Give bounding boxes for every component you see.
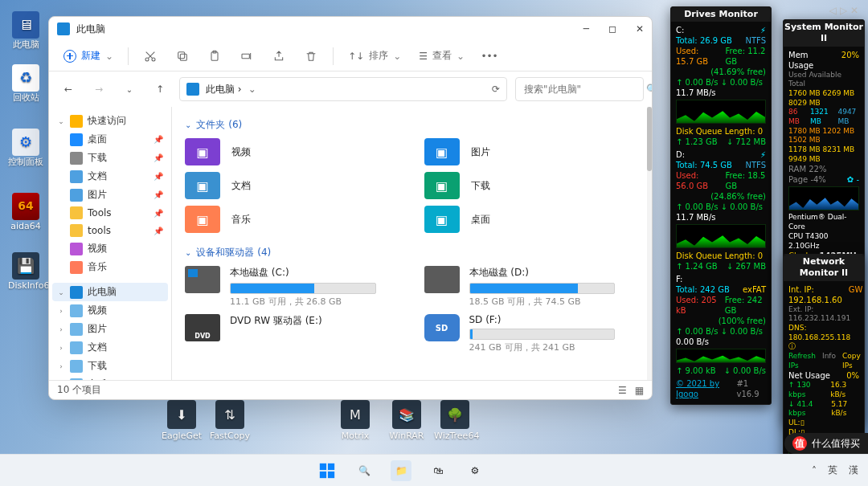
scrollbar[interactable]	[647, 107, 652, 380]
desktop-icon-WizTree64[interactable]: 🌳WizTree64	[434, 400, 476, 441]
share-button[interactable]	[264, 43, 294, 69]
sidebar-item-图片[interactable]: 图片📌	[52, 186, 168, 204]
search-input[interactable]	[522, 83, 646, 96]
search-box[interactable]: 🔍	[515, 77, 644, 101]
sort-dropdown[interactable]: ↑↓ 排序 ⌄	[340, 43, 409, 69]
desktop-icon-此电脑[interactable]: 🖥此电脑	[8, 11, 43, 50]
folders-group-header[interactable]: ⌄文件夹 (6)	[185, 118, 639, 132]
gadget-top-controls[interactable]: ◁ ▷ ✕	[829, 5, 858, 16]
desktop-icon-aida64[interactable]: 64aida64	[8, 193, 43, 231]
titlebar[interactable]: 此电脑 ─ ◻ ✕	[49, 17, 652, 41]
file-explorer-window: 此电脑 ─ ◻ ✕ 新建 ⌄ ↑↓ 排序 ⌄ ☰ 查看 ⌄ ••• ← → ⌄ …	[48, 16, 653, 400]
folder-下载[interactable]: ▣下载	[424, 172, 616, 199]
desktop-icon-DiskInfo64[interactable]: 💾DiskInfo64	[8, 252, 43, 291]
folder-icon	[70, 243, 83, 255]
desktop-icon-控制面板[interactable]: ⚙控制面板	[8, 129, 43, 167]
credit-link[interactable]: © 2021 by Igogo	[676, 378, 730, 399]
search-button[interactable]: 🔍	[354, 460, 375, 481]
app-icon: ♻	[12, 64, 39, 92]
more-button[interactable]: •••	[474, 43, 505, 69]
sidebar-item-文档[interactable]: ›文档	[52, 338, 168, 357]
delete-button[interactable]	[296, 43, 326, 69]
drive-icon: DVD	[185, 314, 220, 341]
folder-音乐[interactable]: ▣音乐	[185, 206, 376, 233]
folder-视频[interactable]: ▣视频	[185, 138, 376, 165]
window-icon	[57, 22, 70, 35]
start-button[interactable]	[317, 460, 338, 481]
file-explorer-taskbar[interactable]: 📁	[391, 460, 411, 481]
minimize-button[interactable]: ─	[583, 23, 589, 35]
folder-icon	[70, 152, 83, 165]
drive-icon	[185, 266, 220, 293]
forward-button[interactable]: →	[88, 78, 110, 100]
svg-rect-6	[242, 54, 249, 58]
folder-文档[interactable]: ▣文档	[185, 172, 376, 199]
breadcrumb-text: 此电脑 ›	[206, 83, 242, 96]
breadcrumb-dropdown-icon[interactable]: ⌄	[248, 84, 256, 95]
sidebar-this-pc[interactable]: ⌄ 此电脑	[52, 283, 168, 301]
sidebar-item-文档[interactable]: 文档📌	[52, 167, 168, 186]
desktop-icon-EagleGet[interactable]: ⬇EagleGet	[161, 400, 203, 441]
tray-chevron-icon[interactable]: ˄	[812, 465, 817, 476]
drive-本地磁盘 (D:)[interactable]: 本地磁盘 (D:)18.5 GB 可用，共 74.5 GB	[424, 266, 616, 308]
sidebar-item-tools[interactable]: tools📌	[52, 222, 168, 239]
copy-button[interactable]	[167, 43, 198, 69]
folder-icon	[70, 224, 83, 237]
sidebar-quick-access[interactable]: ⌄ 快速访问	[52, 112, 168, 130]
paste-button[interactable]	[199, 43, 230, 69]
new-button[interactable]: 新建 ⌄	[55, 43, 121, 69]
settings-button[interactable]: ⚙	[465, 460, 485, 481]
sidebar-item-下载[interactable]: ›下载	[52, 357, 168, 375]
drive-本地磁盘 (C:)[interactable]: 本地磁盘 (C:)11.1 GB 可用，共 26.8 GB	[185, 266, 376, 308]
pc-icon	[70, 286, 83, 299]
rename-button[interactable]	[231, 43, 262, 69]
pin-icon: 📌	[154, 153, 163, 162]
sidebar: ⌄ 快速访问 桌面📌下载📌文档📌图片📌Tools📌tools📌视频音乐 ⌄ 此电…	[49, 107, 172, 380]
folder-icon	[70, 360, 83, 373]
drive-icon: SD	[424, 314, 460, 341]
breadcrumb-bar[interactable]: 此电脑 › ⌄ ⟳	[179, 77, 507, 101]
ime-indicator-2[interactable]: 漢	[849, 464, 858, 477]
sidebar-item-下载[interactable]: 下载📌	[52, 149, 168, 167]
refresh-button[interactable]: ⟳	[492, 84, 500, 95]
sidebar-item-图片[interactable]: ›图片	[52, 320, 168, 338]
drive-DVD RW 驱动器 (E:)[interactable]: DVDDVD RW 驱动器 (E:)	[185, 314, 376, 353]
new-label: 新建	[81, 49, 100, 63]
thumbnails-view-button[interactable]: ▦	[635, 385, 644, 396]
folder-icon	[70, 170, 83, 183]
devices-group-header[interactable]: ⌄设备和驱动器 (4)	[185, 246, 639, 259]
sidebar-item-桌面[interactable]: 桌面📌	[52, 130, 168, 149]
view-dropdown[interactable]: ☰ 查看 ⌄	[411, 43, 473, 69]
desktop-icon-Motrix[interactable]: MMotrix	[334, 400, 376, 441]
folder-icon: ▣	[185, 172, 220, 199]
app-icon: ⇅	[215, 400, 244, 429]
plus-icon	[63, 50, 76, 63]
sidebar-item-视频[interactable]: 视频	[52, 239, 168, 258]
recent-dropdown[interactable]: ⌄	[118, 78, 141, 100]
window-title: 此电脑	[76, 22, 105, 36]
app-icon: 📚	[392, 400, 421, 429]
system-tray[interactable]: ˄ 英 漢	[802, 464, 868, 477]
drives-monitor-gadget[interactable]: Drives Monitor C:⚡ Total: 26.9 GBNTFS Us…	[670, 6, 772, 405]
maximize-button[interactable]: ◻	[608, 23, 616, 35]
folder-icon	[70, 304, 83, 317]
sidebar-item-音乐[interactable]: 音乐	[52, 258, 168, 276]
back-button[interactable]: ←	[57, 78, 80, 100]
cut-button[interactable]	[135, 43, 166, 69]
desktop-icon-WinRAR[interactable]: 📚WinRAR	[386, 400, 428, 441]
store-button[interactable]: 🛍	[428, 460, 448, 481]
desktop-icon-FastCopy[interactable]: ⇅FastCopy	[209, 400, 251, 441]
ime-indicator[interactable]: 英	[828, 464, 837, 477]
close-button[interactable]: ✕	[636, 23, 644, 35]
usage-bar	[469, 283, 616, 294]
sidebar-item-视频[interactable]: ›视频	[52, 301, 168, 320]
sidebar-item-Tools[interactable]: Tools📌	[52, 204, 168, 222]
search-icon: 🔍	[646, 84, 653, 95]
up-button[interactable]: ↑	[149, 78, 171, 100]
watermark-bubble: 值什么值得买	[784, 433, 868, 454]
folder-桌面[interactable]: ▣桌面	[424, 206, 616, 233]
folder-图片[interactable]: ▣图片	[424, 138, 616, 165]
drive-SD (F:)[interactable]: SDSD (F:)241 GB 可用，共 241 GB	[424, 314, 616, 353]
details-view-button[interactable]: ☰	[618, 385, 627, 396]
desktop-icon-回收站[interactable]: ♻回收站	[8, 64, 43, 103]
